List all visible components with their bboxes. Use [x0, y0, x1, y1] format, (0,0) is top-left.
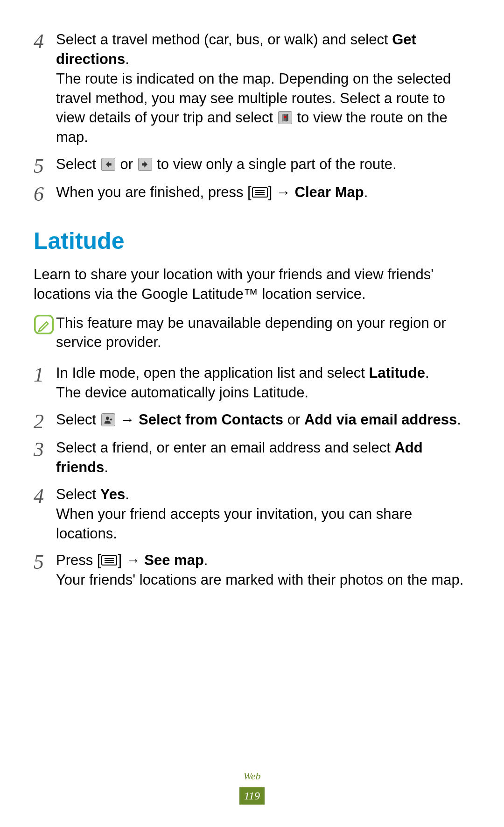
step-number: 3: [34, 438, 56, 460]
steps_top-step: 6When you are finished, press [] → Clear…: [34, 183, 470, 205]
steps_bottom-step: 1In Idle mode, open the application list…: [34, 363, 470, 404]
menu-button-icon: [101, 555, 118, 566]
step-number: 5: [34, 155, 56, 177]
step-text: Press [] → See map.Your friends' locatio…: [56, 551, 470, 592]
step-text: Select a travel method (car, bus, or wal…: [56, 30, 470, 149]
arrow-left-icon: [101, 158, 115, 171]
step-text: In Idle mode, open the application list …: [56, 363, 470, 404]
step-number: 6: [34, 183, 56, 205]
arrow-right-icon: [138, 158, 152, 171]
steps-bottom-list: 1In Idle mode, open the application list…: [34, 363, 470, 592]
latitude-lead: Learn to share your location with your f…: [34, 265, 470, 304]
step-number: 1: [34, 363, 56, 386]
steps-top-list: 4Select a travel method (car, bus, or wa…: [34, 30, 470, 205]
note-icon: [34, 313, 56, 340]
steps_bottom-step: 4Select Yes.When your friend accepts you…: [34, 485, 470, 545]
page-footer: Web 119: [0, 769, 504, 805]
steps_bottom-step: 2Select → Select from Contacts or Add vi…: [34, 410, 470, 432]
note-row: This feature may be unavailable dependin…: [34, 313, 470, 353]
section-title-latitude: Latitude: [34, 226, 470, 257]
steps_top-step: 5Select or to view only a single part of…: [34, 155, 470, 177]
add-person-icon: [101, 413, 115, 426]
steps_bottom-step: 3Select a friend, or enter an email addr…: [34, 438, 470, 479]
note-text: This feature may be unavailable dependin…: [56, 313, 470, 353]
footer-section-label: Web: [0, 769, 504, 783]
step-text: When you are finished, press [] → Clear …: [56, 183, 470, 204]
menu-button-icon: [252, 187, 268, 198]
step-number: 2: [34, 410, 56, 432]
step-number: 4: [34, 30, 56, 52]
step-text: Select Yes.When your friend accepts your…: [56, 485, 470, 545]
map-icon: [278, 111, 292, 124]
footer-page-number: 119: [239, 787, 265, 804]
step-text: Select or to view only a single part of …: [56, 155, 470, 176]
steps_bottom-step: 5Press [] → See map.Your friends' locati…: [34, 551, 470, 592]
steps_top-step: 4Select a travel method (car, bus, or wa…: [34, 30, 470, 149]
step-number: 4: [34, 485, 56, 507]
step-number: 5: [34, 551, 56, 573]
step-text: Select → Select from Contacts or Add via…: [56, 410, 470, 431]
step-text: Select a friend, or enter an email addre…: [56, 438, 470, 479]
